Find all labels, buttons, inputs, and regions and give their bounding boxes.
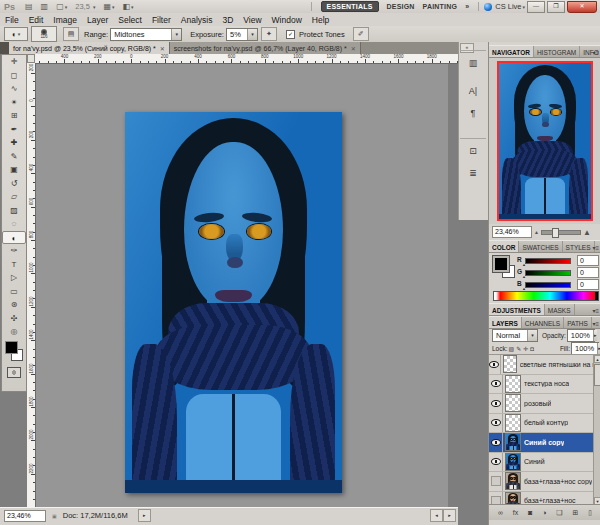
color-tab-swatches[interactable]: SWATCHES xyxy=(519,241,562,253)
navigator-zoom-field[interactable]: 23,46% xyxy=(492,226,532,238)
exposure-field[interactable]: 5% ▾ xyxy=(226,28,258,41)
layer-visibility-toggle[interactable] xyxy=(489,472,503,491)
clone-source-panel-icon[interactable]: ⊡ xyxy=(462,142,484,160)
clone-stamp-tool[interactable]: ▣ xyxy=(2,163,26,177)
eyedropper-tool[interactable]: ✒ xyxy=(2,123,26,137)
layer-visibility-toggle[interactable] xyxy=(489,375,503,394)
layer-thumbnail[interactable] xyxy=(505,453,521,471)
menu-3d[interactable]: 3D xyxy=(222,15,233,25)
zoom-tool[interactable]: ◎ xyxy=(2,325,26,339)
brush-preset-picker[interactable]: 116 xyxy=(31,26,57,42)
zoom-level-dropdown[interactable]: 23,5 ▾ xyxy=(75,2,95,11)
layer-thumbnail[interactable] xyxy=(505,414,521,432)
menu-help[interactable]: Help xyxy=(312,15,329,25)
layer-visibility-toggle[interactable] xyxy=(489,433,503,452)
layer-row[interactable]: база+глаза+нос xyxy=(489,492,593,506)
add-mask-icon[interactable]: ◙ xyxy=(528,509,532,516)
launch-mini-bridge-button[interactable]: ▥ xyxy=(41,1,49,12)
foreground-color-swatch[interactable] xyxy=(493,256,509,272)
layer-row[interactable]: Синий xyxy=(489,453,593,473)
adjustments-tab-masks[interactable]: MASKS xyxy=(545,304,575,316)
layer-visibility-toggle[interactable] xyxy=(489,414,503,433)
lock-transparency-icon[interactable]: ▨ xyxy=(509,346,515,352)
navigator-zoom-slider[interactable] xyxy=(541,230,581,235)
move-tool[interactable]: ✛ xyxy=(2,55,26,69)
range-select[interactable]: Midtones ▾ xyxy=(110,28,182,41)
quick-selection-tool[interactable]: ✴ xyxy=(2,96,26,110)
channel-value-field[interactable]: 0 xyxy=(577,267,599,278)
layer-row[interactable]: Синий copy xyxy=(489,433,593,453)
link-layers-icon[interactable]: ∞ xyxy=(498,509,503,516)
channel-slider[interactable] xyxy=(525,258,571,264)
type-tool[interactable]: T xyxy=(2,258,26,272)
menu-filter[interactable]: Filter xyxy=(152,15,171,25)
layer-visibility-toggle[interactable] xyxy=(489,394,503,413)
document-tab-1[interactable]: for na'vy.psd @ 23,5% (Синий copy, RGB/8… xyxy=(9,42,170,54)
workspace-essentials[interactable]: ESSENTIALS xyxy=(321,1,379,12)
status-flyout-button[interactable]: ▸ xyxy=(138,509,151,522)
quick-mask-button[interactable] xyxy=(7,367,21,378)
character-panel-icon[interactable]: A| xyxy=(462,82,484,100)
lock-pixels-icon[interactable]: ✎ xyxy=(516,346,521,352)
menu-file[interactable]: File xyxy=(5,15,19,25)
eraser-tool[interactable]: ▱ xyxy=(2,190,26,204)
lock-all-icon[interactable]: ◘ xyxy=(530,346,534,352)
menu-analysis[interactable]: Analysis xyxy=(181,15,213,25)
scroll-right-button[interactable]: ▸ xyxy=(443,509,456,522)
marquee-tool[interactable]: ◻ xyxy=(2,69,26,83)
menu-view[interactable]: View xyxy=(243,15,261,25)
foreground-color-swatch[interactable] xyxy=(5,341,18,354)
airbrush-toggle-button[interactable]: ✦ xyxy=(261,27,277,41)
layer-thumbnail[interactable] xyxy=(505,394,521,412)
mini-bridge-panel-icon[interactable]: ▥ xyxy=(462,54,484,72)
navigator-tab-navigator[interactable]: NAVIGATOR xyxy=(489,46,534,58)
crop-tool[interactable]: ⊞ xyxy=(2,109,26,123)
layer-visibility-toggle[interactable] xyxy=(489,492,503,506)
gradient-tool[interactable]: ▨ xyxy=(2,204,26,218)
protect-tones-checkbox[interactable]: ✓ xyxy=(286,30,295,39)
slider-thumb[interactable] xyxy=(552,228,559,238)
blur-tool[interactable]: ◌ xyxy=(2,217,26,231)
menu-image[interactable]: Image xyxy=(53,15,77,25)
panel-menu-icon[interactable]: ▾≡ xyxy=(592,307,599,314)
toggle-panels-button[interactable]: ▤ xyxy=(63,27,79,41)
hand-tool[interactable]: ✣ xyxy=(2,312,26,326)
screen-mode-button[interactable]: ◧▾ xyxy=(123,1,134,13)
layers-tab-layers[interactable]: LAYERS xyxy=(489,317,522,329)
layer-visibility-toggle[interactable] xyxy=(489,355,501,374)
layer-row[interactable]: белый контур xyxy=(489,414,593,434)
menu-layer[interactable]: Layer xyxy=(87,15,108,25)
channel-slider[interactable] xyxy=(525,270,571,276)
blend-mode-select[interactable]: Normal ▾ xyxy=(492,329,538,342)
pen-tool[interactable]: ✑ xyxy=(2,244,26,258)
layer-row[interactable]: розовый xyxy=(489,394,593,414)
slider-thumb-icon[interactable]: ▲ xyxy=(522,286,526,291)
lock-position-icon[interactable]: ✛ xyxy=(523,346,528,352)
ruler-origin-box[interactable] xyxy=(27,54,35,63)
color-tab-styles[interactable]: STYLES xyxy=(563,241,595,253)
layer-row[interactable]: текстура носа xyxy=(489,375,593,395)
layer-row[interactable]: база+глаза+нос copy xyxy=(489,472,593,492)
layer-comps-panel-icon[interactable]: ≣ xyxy=(462,164,484,182)
fill-field[interactable]: 100% ▸ xyxy=(571,342,599,355)
new-group-icon[interactable]: ❏ xyxy=(556,509,562,517)
healing-brush-tool[interactable]: ✚ xyxy=(2,136,26,150)
workspace-painting[interactable]: PAINTING xyxy=(423,3,458,10)
adjustments-tab-adjustments[interactable]: ADJUSTMENTS xyxy=(489,304,545,316)
channel-value-field[interactable]: 0 xyxy=(577,255,599,266)
tab-close-icon[interactable]: ✕ xyxy=(351,45,356,52)
maximize-button[interactable]: ❐ xyxy=(547,1,565,13)
opacity-field[interactable]: 100% ▸ xyxy=(567,329,595,342)
layers-tab-paths[interactable]: PATHS xyxy=(564,317,592,329)
navigator-preview[interactable] xyxy=(497,61,593,221)
brush-tool[interactable]: ✎ xyxy=(2,150,26,164)
layer-thumbnail[interactable] xyxy=(503,355,517,373)
layer-thumbnail[interactable] xyxy=(505,433,521,451)
minimize-button[interactable]: — xyxy=(527,1,545,13)
layer-style-icon[interactable]: fx xyxy=(513,509,518,516)
panel-menu-icon[interactable]: ▾≡ xyxy=(592,49,599,56)
channel-value-field[interactable]: 0 xyxy=(577,279,599,290)
layer-thumbnail[interactable] xyxy=(505,375,521,393)
color-tab-color[interactable]: COLOR xyxy=(489,241,519,253)
lasso-tool[interactable]: ∿ xyxy=(2,82,26,96)
